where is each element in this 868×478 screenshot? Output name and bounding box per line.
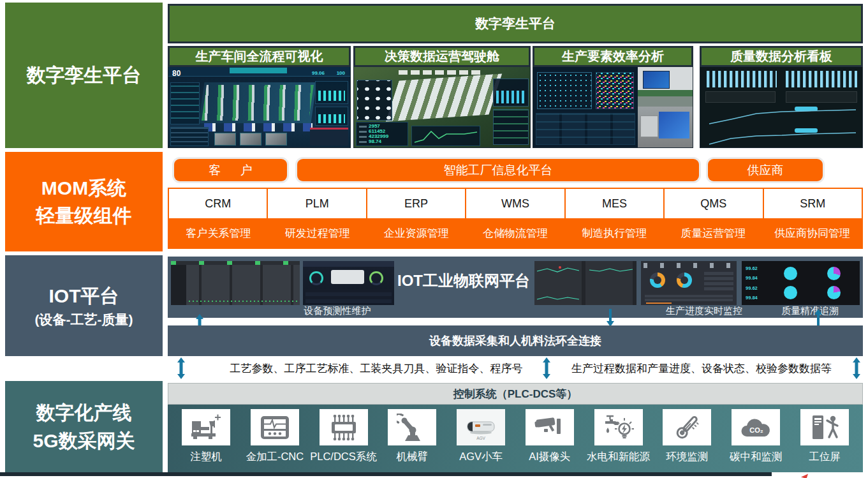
- panel-quality-title: 质量数据分析看板: [700, 46, 863, 67]
- mom-module-erp-name: 企业资源管理: [367, 218, 466, 248]
- panel-cockpit-title: 决策数据运营驾驶舱: [353, 46, 531, 67]
- panel-efficiency-title: 生产要素效率分析: [533, 46, 693, 67]
- device-injection-molding: 注塑机: [175, 409, 237, 472]
- data-collection-bar-label: 设备数据采集和人机料法环全连接: [429, 333, 601, 348]
- mom-module-plm-name: 研发过程管理: [268, 218, 367, 248]
- device-label: AGV小车: [459, 450, 503, 464]
- digital-twin-banner-title: 数字孪生平台: [475, 15, 555, 33]
- production-monitor-screenshot: [641, 261, 737, 305]
- efficiency-line-map: [537, 72, 592, 109]
- workshop-camera-thumb: [214, 133, 236, 146]
- control-system-label: 控制系统（PLC-DCS等）: [453, 387, 578, 401]
- panel-quality-board: 质量数据分析看板: [700, 46, 863, 148]
- cnc-machine-icon: [251, 409, 299, 445]
- efficiency-status-board: [533, 67, 638, 147]
- workshop-camera-thumb: [240, 133, 261, 146]
- device-label: 工位屏: [809, 450, 841, 464]
- panel-workshop-visualization: 生产车间全流程可视化 80 99.06 100: [168, 46, 351, 148]
- panel-efficiency-analysis: 生产要素效率分析: [533, 46, 693, 148]
- mom-sidebar-title-line2: 轻量级组件: [36, 202, 132, 230]
- plc-chip-icon: [320, 409, 368, 445]
- bottom-shadow-strip: [0, 472, 772, 476]
- supplier-button[interactable]: 供应商: [708, 159, 823, 181]
- device-ai-camera: AI摄像头: [519, 409, 580, 472]
- workshop-camera-thumb: [265, 133, 287, 146]
- mom-name-row: 客户关系管理 研发过程管理 企业资源管理 仓储物流管理 制造执行管理 质量运营管…: [169, 218, 862, 248]
- device-label: 水电和新能源: [587, 450, 650, 464]
- production-sidebar: 数字化产线 5G数采网关: [5, 381, 163, 472]
- quality-stat: 99.62: [746, 285, 765, 291]
- quality-trend-chart: [705, 107, 858, 126]
- mom-module-crm-name: 客户关系管理: [169, 218, 268, 248]
- exchange-double-arrow: [177, 357, 186, 379]
- panel-workshop-title: 生产车间全流程可视化: [168, 46, 351, 67]
- caption-predictive-maintenance: 设备预测性维护: [304, 305, 371, 317]
- device-carbon-monitor: CO₂ 碳中和监测: [725, 409, 786, 472]
- device-panel: 注塑机 金加工-CNC: [168, 405, 863, 472]
- cockpit-kpi-panel: 2957 611452 4232999 98.74: [356, 122, 408, 146]
- mom-sidebar: MOM系统 轻量级组件: [5, 152, 163, 251]
- mom-module-table: CRM PLM ERP WMS MES QMS SRM 客户关系管理 研发过程管…: [168, 188, 863, 249]
- quality-bar-chart: [786, 71, 857, 87]
- quality-stat: 99.84: [746, 295, 765, 301]
- machine-image: [331, 270, 364, 284]
- gauge-dashboard-screenshot: [303, 261, 394, 305]
- device-agv: AGV AGV小车: [450, 409, 511, 472]
- workstation-screen-icon: [800, 409, 849, 445]
- digital-twin-sidebar: 数字孪生平台: [5, 3, 163, 148]
- co2-icon-text: CO₂: [749, 426, 763, 434]
- quality-trend-chart: [705, 128, 858, 146]
- device-label: 机械臂: [397, 450, 429, 464]
- production-sidebar-title-line2: 5G数采网关: [33, 427, 135, 455]
- ai-camera-icon: [526, 409, 574, 445]
- cockpit-icon-grid: [357, 80, 392, 121]
- device-workstation-screen: 工位屏: [794, 409, 855, 472]
- workshop-count-value: 100: [337, 70, 345, 76]
- quality-stat: 99.84: [746, 275, 765, 281]
- efficiency-dashboard: [533, 67, 693, 148]
- workshop-left-stats: [170, 82, 200, 124]
- customer-button[interactable]: 客户: [174, 159, 287, 181]
- workshop-oee-value: 80: [172, 69, 180, 78]
- device-label: 金加工-CNC: [246, 450, 304, 464]
- quality-pie-chart: [827, 286, 841, 299]
- injection-molding-icon: [182, 409, 230, 445]
- production-sidebar-title-line1: 数字化产线: [36, 399, 132, 427]
- quality-pie-chart: [784, 286, 797, 299]
- quality-pie-chart: [827, 267, 841, 280]
- device-label: 环境监测: [666, 450, 708, 464]
- caption-production-monitoring: 生产进度实时监控: [666, 305, 742, 317]
- smart-factory-platform-button[interactable]: 智能工厂信息化平台: [297, 159, 699, 181]
- mom-module-qms: QMS: [665, 189, 763, 218]
- exchange-double-arrow: [542, 357, 551, 379]
- digital-twin-banner: 数字孪生平台: [168, 4, 863, 43]
- quality-trace-screenshot: 99.62 99.84 99.62 99.84: [742, 261, 860, 305]
- downstream-data-text: 工艺参数、工序工艺标准、工装夹具刀具、验证指令、程序号: [210, 356, 542, 380]
- device-label: PLC/DCS系统: [310, 450, 377, 464]
- device-maintenance-screenshot: [171, 261, 300, 305]
- mom-module-wms: WMS: [466, 189, 565, 218]
- iot-platform-title: IOT工业物联网平台: [397, 261, 530, 301]
- iot-sidebar: IOT平台 (设备-工艺-质量): [5, 255, 163, 356]
- production-donut-chart: [650, 273, 665, 288]
- quality-dashboard: [700, 67, 863, 148]
- water-energy-icon: [594, 409, 643, 445]
- mom-module-plm: PLM: [268, 189, 367, 218]
- efficiency-workshop-photo: [638, 67, 693, 147]
- efficiency-status-matrix: [596, 72, 634, 109]
- quality-stat-column: 99.62 99.84 99.62 99.84: [746, 264, 765, 302]
- device-label: 碳中和监测: [730, 450, 783, 464]
- exchange-double-arrow: [852, 357, 861, 379]
- device-water-energy: 水电和新能源: [588, 409, 649, 472]
- agv-photo-icon: AGV: [457, 409, 505, 445]
- mom-module-mes-name: 制造执行管理: [565, 218, 664, 248]
- data-collection-bar: 设备数据采集和人机料法环全连接: [168, 325, 863, 356]
- device-robot-arm: 机械臂: [381, 409, 443, 472]
- control-system-bar: 控制系统（PLC-DCS等）: [168, 383, 863, 405]
- agv-photo-text: AGV: [476, 436, 485, 440]
- gauge: [369, 271, 383, 285]
- mom-abbr-row: CRM PLM ERP WMS MES QMS SRM: [169, 189, 862, 218]
- panel-decision-cockpit: 决策数据运营驾驶舱 2957 611452 4232999 98.74: [353, 46, 531, 148]
- iot-sidebar-title-line1: IOT平台: [49, 282, 119, 310]
- digital-twin-sidebar-title: 数字孪生平台: [27, 61, 142, 89]
